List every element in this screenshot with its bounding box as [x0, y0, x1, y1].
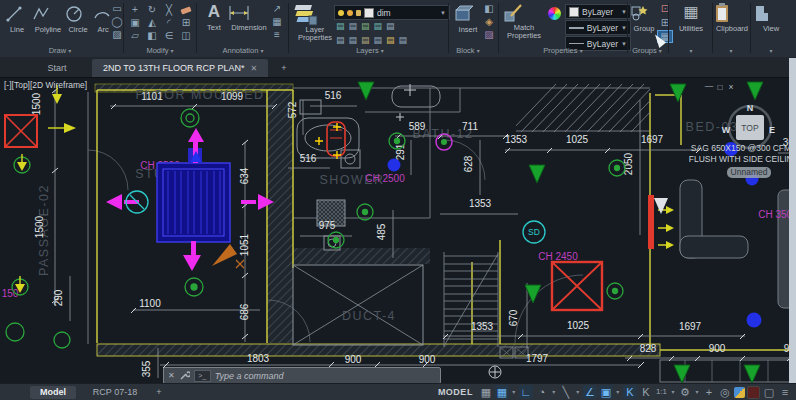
osnap-icon[interactable]: ▣: [599, 385, 613, 399]
view-caret[interactable]: ▾: [766, 46, 776, 55]
layer-lock-icon: [356, 10, 361, 16]
lineweight-dropdown[interactable]: ByLayer ▼: [565, 20, 631, 35]
layer-properties-button[interactable]: LayerProperties: [293, 2, 337, 42]
text-tool[interactable]: A Text: [199, 2, 229, 32]
properties-panel-label[interactable]: Properties ▾: [533, 46, 593, 55]
layer-tools-row1[interactable]: ▤▤▤▤▤: [336, 21, 399, 31]
new-tab-button[interactable]: +: [276, 59, 292, 77]
annotation-scale-icon[interactable]: 1:1: [655, 385, 668, 399]
annotation-autoscale-icon[interactable]: K: [639, 385, 653, 399]
customize-menu-icon[interactable]: ≡: [778, 385, 792, 399]
layers-panel-label[interactable]: Layers ▾: [340, 46, 400, 55]
hatch-icon[interactable]: ▨: [110, 29, 124, 40]
close-command-icon[interactable]: ✕: [168, 371, 175, 380]
isodraft-caret[interactable]: ▾: [575, 385, 581, 399]
polyline-tool[interactable]: Polyline: [31, 3, 65, 34]
object-color-dropdown[interactable]: ByLayer ▼: [565, 4, 631, 19]
tab-drawing[interactable]: 2ND TO 13TH FLOOR RCP PLAN*✕: [92, 59, 268, 77]
block-editor-icon[interactable]: ▨: [482, 29, 496, 40]
table-icon[interactable]: ▦: [270, 16, 284, 27]
room-labels: FLOOR MOUNTEDSTUDY/DENSHOWERBATH-12DUCT-…: [37, 88, 738, 323]
view-panel-button[interactable]: View: [753, 2, 789, 33]
explode-icon[interactable]: ◫: [179, 30, 193, 41]
array-icon[interactable]: ⊞: [179, 17, 193, 28]
text-style-icon[interactable]: ≡: [270, 29, 284, 40]
match-properties-button[interactable]: MatchProperties: [503, 2, 545, 40]
color-wheel-icon[interactable]: [548, 7, 561, 20]
g-notes-text: SAG 650X150 @300 CFM: [691, 143, 791, 153]
polar-caret[interactable]: ▾: [551, 385, 557, 399]
hardware-accel-icon[interactable]: [747, 386, 760, 399]
command-prompt-icon[interactable]: >_: [194, 370, 211, 382]
circle-tool[interactable]: Circle: [64, 3, 92, 34]
annotation-panel-label[interactable]: Annotation ▾: [208, 46, 278, 55]
fillet-icon[interactable]: ◜: [162, 17, 176, 28]
isolate-icon[interactable]: ◎: [718, 385, 732, 399]
snap-icon[interactable]: ▦: [495, 385, 509, 399]
otrack-icon[interactable]: ∠: [583, 385, 597, 399]
osnap-caret[interactable]: ▾: [615, 385, 621, 399]
color-value: ByLayer: [582, 7, 613, 17]
clipboard-caret[interactable]: ▾: [726, 46, 736, 55]
mirror-icon[interactable]: ◭: [145, 17, 159, 28]
scale-icon[interactable]: ◧: [145, 30, 159, 41]
drawing-canvas[interactable]: FLOOR MOUNTEDSTUDY/DENSHOWERBATH-12DUCT-…: [0, 78, 796, 385]
graphics-performance-icon[interactable]: [734, 387, 745, 398]
command-input[interactable]: Type a command: [215, 371, 284, 381]
utilities-panel-button[interactable]: ▦ Utilities: [670, 2, 712, 33]
group-button[interactable]: Group: [629, 2, 659, 33]
layer-tools-row2[interactable]: ▤▤▤▤▤▤: [336, 35, 411, 45]
ellipse-icon[interactable]: ◯: [110, 16, 124, 27]
rotate-icon[interactable]: ↻: [145, 4, 159, 15]
polar-icon[interactable]: ◔: [535, 385, 549, 399]
line-tool[interactable]: Line: [4, 3, 30, 34]
stretch-icon[interactable]: ▱: [128, 30, 142, 41]
g-dims-text: 1100: [139, 298, 161, 309]
copy-icon[interactable]: ▣: [128, 17, 142, 28]
line-icon: [4, 3, 24, 25]
match-properties-icon: [503, 2, 525, 24]
ortho-icon[interactable]: ∟: [519, 385, 533, 399]
groups-panel-label[interactable]: Groups ▾: [622, 46, 672, 55]
clean-screen-icon[interactable]: ▢: [762, 385, 776, 399]
g-notes-text: E: [769, 125, 775, 135]
annotation-scale-caret[interactable]: ▾: [670, 385, 676, 399]
clipboard-panel-button[interactable]: Clipboard: [714, 2, 750, 33]
rectangle-icon[interactable]: ▭: [110, 3, 124, 14]
grid-icon[interactable]: ▦: [479, 385, 493, 399]
layer-dropdown[interactable]: dim ▼: [334, 5, 450, 20]
annotation-visibility-icon[interactable]: K: [623, 385, 637, 399]
close-tab-icon[interactable]: ✕: [250, 64, 257, 73]
dimension-tool[interactable]: Dimension: [227, 2, 271, 32]
command-line[interactable]: ✕ >_ Type a command: [163, 367, 441, 384]
model-space-tab[interactable]: Model: [30, 386, 76, 399]
create-block-icon[interactable]: ◧: [482, 3, 496, 14]
new-layout-button[interactable]: +: [152, 386, 166, 399]
modify-panel-label[interactable]: Modify ▾: [130, 46, 190, 55]
erase-icon[interactable]: [179, 4, 193, 15]
g-dims-text: 572: [287, 101, 298, 118]
draw-panel-label[interactable]: Draw ▾: [30, 46, 90, 55]
utilities-caret[interactable]: ▾: [686, 46, 696, 55]
model-paper-toggle[interactable]: MODEL: [438, 387, 473, 397]
snap-caret[interactable]: ▾: [511, 385, 517, 399]
trim-icon[interactable]: ╳: [162, 4, 176, 15]
dimension-label: Dimension: [227, 23, 271, 32]
offset-icon[interactable]: ∈: [162, 30, 176, 41]
g-dims-text: 900: [709, 343, 726, 354]
edit-attribute-icon[interactable]: ◈: [482, 16, 496, 27]
circle-label: Circle: [64, 25, 92, 34]
wrench-icon[interactable]: [179, 370, 190, 381]
tab-start[interactable]: Start: [28, 59, 86, 77]
layout-tab[interactable]: RCP 07-18: [84, 386, 146, 399]
block-panel-label[interactable]: Block ▾: [443, 46, 493, 55]
panel-divider: [498, 3, 499, 53]
add-icon[interactable]: +: [702, 385, 716, 399]
g-dims-text: 1697: [679, 321, 702, 332]
insert-button[interactable]: Insert: [452, 2, 484, 34]
leader-icon[interactable]: ↗: [270, 3, 284, 14]
isodraft-icon[interactable]: ╲: [559, 385, 573, 399]
workspace-caret[interactable]: ▾: [694, 385, 700, 399]
workspace-gear-icon[interactable]: ⚙: [678, 385, 692, 399]
move-icon[interactable]: +: [128, 4, 142, 15]
